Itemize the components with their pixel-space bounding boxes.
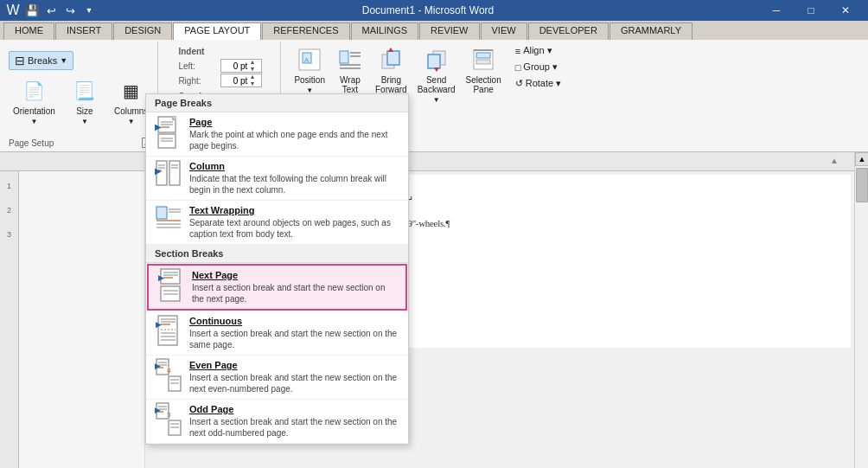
vertical-scrollbar[interactable]: ▲ ▼ xyxy=(854,152,868,468)
break-page-item[interactable]: ▶ Page Mark the point at which one page … xyxy=(146,112,408,157)
wrap-text-icon xyxy=(336,46,364,74)
next-page-break-text: Next Page Insert a section break and sta… xyxy=(192,270,397,305)
indent-left-value: 0 pt xyxy=(223,61,249,71)
odd-page-break-desc: Insert a section break and start the new… xyxy=(189,416,399,439)
indent-left-arrows[interactable]: ▲ ▼ xyxy=(249,59,259,73)
column-break-icon: ▶ xyxy=(155,161,182,192)
svg-marker-15 xyxy=(434,67,439,72)
minimize-button[interactable]: ─ xyxy=(759,0,794,21)
tab-home[interactable]: HOME xyxy=(3,22,54,40)
align-label: Align ▾ xyxy=(523,45,552,56)
position-label: Position xyxy=(294,75,325,85)
break-even-page-item[interactable]: 4 ▶ Even Page Insert a section break and… xyxy=(146,356,408,400)
page-break-desc: Mark the point at which one page ends an… xyxy=(189,129,399,151)
quick-access-dropdown[interactable]: ▼ xyxy=(81,3,97,18)
maximize-button[interactable]: □ xyxy=(794,0,828,21)
scroll-up-button[interactable]: ▲ xyxy=(855,152,868,166)
main-area: 1 2 3 2 · · 3 · · 4 · · 5 · · 6 · xyxy=(0,152,868,468)
scroll-track[interactable] xyxy=(855,166,868,468)
tab-mailings[interactable]: MAILINGS xyxy=(351,22,419,40)
page-break-text: Page Mark the point at which one page en… xyxy=(189,117,399,151)
break-next-page-item[interactable]: ▶ Next Page Insert a section break and s… xyxy=(147,264,407,311)
break-odd-page-item[interactable]: 3 ▶ Odd Page Insert a section break and … xyxy=(146,400,408,444)
send-backward-button[interactable]: SendBackward ▼ xyxy=(413,43,460,106)
position-button[interactable]: A Position ▼ xyxy=(290,43,329,97)
tab-review[interactable]: REVIEW xyxy=(419,22,479,40)
next-page-break-desc: Insert a section break and start the new… xyxy=(192,282,397,305)
align-button[interactable]: ≡ Align ▾ xyxy=(511,43,565,58)
close-button[interactable]: ✕ xyxy=(828,0,863,21)
text-wrapping-break-text: Text Wrapping Separate text around objec… xyxy=(189,205,399,240)
breaks-icon: ⊟ xyxy=(15,54,25,67)
tab-grammarly[interactable]: GRAMMARLY xyxy=(610,22,692,40)
text-wrapping-break-desc: Separate text around objects on web page… xyxy=(189,217,399,240)
selection-pane-button[interactable]: SelectionPane xyxy=(462,43,506,97)
indent-right-label: Right: xyxy=(178,76,217,86)
selection-pane-icon xyxy=(469,46,497,74)
undo-button[interactable]: ↩ xyxy=(43,3,59,18)
break-text-wrapping-item[interactable]: Text Wrapping Separate text around objec… xyxy=(146,201,408,245)
indent-right-input[interactable]: 0 pt ▲ ▼ xyxy=(220,74,262,87)
continuous-break-desc: Insert a section break and start the new… xyxy=(189,328,399,350)
align-icon: ≡ xyxy=(515,46,520,56)
indent-left-down[interactable]: ▼ xyxy=(249,66,259,73)
page-break-title: Page xyxy=(189,117,399,127)
svg-rect-3 xyxy=(340,51,348,63)
even-page-break-desc: Insert a section break and start the new… xyxy=(189,372,399,394)
rotate-label: Rotate ▾ xyxy=(526,78,561,89)
send-backward-label: SendBackward xyxy=(418,75,456,94)
left-panel: 1 2 3 xyxy=(0,152,145,468)
size-label: Size xyxy=(76,106,93,116)
svg-text:▶: ▶ xyxy=(155,166,162,176)
odd-page-break-text: Odd Page Insert a section break and star… xyxy=(189,404,399,439)
tab-page-layout[interactable]: PAGE LAYOUT xyxy=(173,22,261,40)
break-column-item[interactable]: ▶ Column Indicate that the text followin… xyxy=(146,157,408,201)
indent-right-row: Right: 0 pt ▲ ▼ xyxy=(178,74,262,87)
tab-references[interactable]: REFERENCES xyxy=(262,22,349,40)
columns-label: Columns xyxy=(114,106,148,116)
save-button[interactable]: 💾 xyxy=(24,3,40,18)
continuous-break-text: Continuous Insert a section break and st… xyxy=(189,316,399,350)
ribbon-toolbar: ⊟ Breaks ▼ 📄 Orientation ▼ 📃 Size ▼ xyxy=(0,40,868,152)
wrap-text-label: WrapText xyxy=(340,75,361,94)
continuous-break-icon: ▶ xyxy=(155,316,182,347)
orientation-button[interactable]: 📄 Orientation ▼ xyxy=(9,74,60,128)
ruler-scroll-btn[interactable]: ▲ xyxy=(830,156,839,165)
size-button[interactable]: 📃 Size ▼ xyxy=(67,74,103,128)
group-button[interactable]: □ Group ▾ xyxy=(511,60,565,74)
svg-text:A: A xyxy=(304,56,310,64)
next-page-break-icon: ▶ xyxy=(157,270,185,301)
continuous-break-title: Continuous xyxy=(189,316,399,326)
window-controls: ─ □ ✕ xyxy=(759,0,863,21)
tab-view[interactable]: VIEW xyxy=(481,22,527,40)
quick-access-toolbar: W 💾 ↩ ↪ ▼ Document1 - Microsoft Word ─ □… xyxy=(0,0,868,21)
svg-rect-38 xyxy=(156,207,167,219)
svg-text:▶: ▶ xyxy=(155,362,161,370)
redo-button[interactable]: ↪ xyxy=(62,3,78,18)
ribbon-tabs: HOME INSERT DESIGN PAGE LAYOUT REFERENCE… xyxy=(0,21,868,40)
indent-right-down[interactable]: ▼ xyxy=(249,80,259,87)
column-break-title: Column xyxy=(189,161,399,171)
indent-right-up[interactable]: ▲ xyxy=(249,74,259,80)
indent-left-input[interactable]: 0 pt ▲ ▼ xyxy=(220,59,262,73)
rotate-button[interactable]: ↺ Rotate ▾ xyxy=(511,76,565,91)
break-continuous-item[interactable]: ▶ Continuous Insert a section break and … xyxy=(146,311,408,356)
svg-rect-31 xyxy=(169,161,180,185)
breaks-dropdown-arrow: ▼ xyxy=(60,56,67,65)
tab-design[interactable]: DESIGN xyxy=(113,22,172,40)
even-page-break-title: Even Page xyxy=(189,360,399,370)
breaks-dropdown-menu: Page Breaks ▶ Page Mark the point at whi… xyxy=(145,93,409,445)
tab-insert[interactable]: INSERT xyxy=(55,22,112,40)
text-wrapping-break-title: Text Wrapping xyxy=(189,205,399,215)
breaks-button[interactable]: ⊟ Breaks ▼ xyxy=(9,51,73,70)
svg-text:▶: ▶ xyxy=(156,320,162,329)
tab-developer[interactable]: DEVELOPER xyxy=(528,22,609,40)
indent-left-up[interactable]: ▲ xyxy=(249,59,259,66)
next-page-break-title: Next Page xyxy=(192,270,397,280)
bring-forward-icon xyxy=(377,46,405,74)
indent-left-label: Left: xyxy=(178,61,217,71)
scroll-thumb[interactable] xyxy=(856,168,868,202)
svg-text:3: 3 xyxy=(167,411,171,419)
indent-right-arrows[interactable]: ▲ ▼ xyxy=(249,74,259,87)
svg-rect-9 xyxy=(387,51,399,65)
